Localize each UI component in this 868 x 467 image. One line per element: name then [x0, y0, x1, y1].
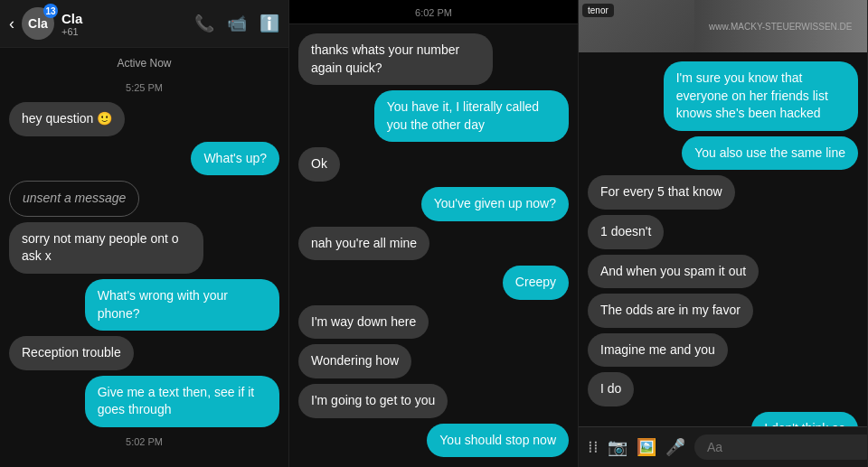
message-m4: sorry not many people ont o ask x [9, 222, 203, 274]
p3-msg-2: You also use the same line [682, 136, 858, 171]
p2-msg-1: thanks whats your number again quick? [298, 33, 493, 85]
info-icon[interactable]: ℹ️ [259, 14, 279, 33]
header-icons: 📞 📹 ℹ️ [194, 14, 279, 33]
panel2-timestamp: 6:02 PM [415, 7, 452, 18]
messages-area-3: I'm sure you know that everyone on her f… [579, 52, 867, 426]
panel2-header: 6:02 PM [289, 0, 578, 24]
contact-sub: +61 [61, 26, 82, 37]
gif-content: www.MACKY-STEUERWISSEN.DE [694, 0, 867, 52]
avatar: Cla 13 [22, 7, 54, 40]
p2-msg-10: You should stop now [427, 424, 569, 458]
message-m6: Reception trouble [9, 336, 134, 370]
p3-msg-3: For every 5 that know [588, 175, 735, 210]
message-m5: What's wrong with your phone? [85, 279, 279, 331]
back-button[interactable]: ‹ [9, 14, 14, 33]
panel1-header: ‹ Cla 13 Cla +61 📞 📹 ℹ️ [0, 0, 288, 48]
timestamp-2: 5:02 PM [9, 436, 279, 447]
p3-msg-7: Imagine me and you [588, 333, 728, 368]
message-input[interactable] [694, 434, 868, 460]
camera-icon[interactable]: 📷 [608, 437, 627, 457]
messages-area-2: thanks whats your number again quick? Yo… [289, 24, 578, 467]
panel-3: tenor www.MACKY-STEUERWISSEN.DE I'm sure… [579, 0, 868, 467]
p2-msg-2: You have it, I literally called you the … [374, 90, 569, 142]
messages-area-1: Active Now 5:25 PM hey question 🙂 What's… [0, 48, 288, 467]
p2-msg-4: You've given up now? [421, 187, 569, 221]
video-icon[interactable]: 📹 [227, 14, 247, 33]
call-icon[interactable]: 📞 [194, 14, 214, 33]
grid-icon[interactable]: ⁞⁞ [588, 437, 599, 457]
tenor-label: tenor [582, 4, 614, 17]
timestamp-1: 5:25 PM [9, 82, 279, 93]
p3-msg-8: I do [588, 372, 634, 406]
p2-msg-9: I'm going to get to you [298, 384, 448, 418]
active-status: Active Now [9, 57, 279, 70]
message-m1: hey question 🙂 [9, 102, 125, 136]
panel-2: 6:02 PM thanks whats your number again q… [289, 0, 579, 467]
p3-msg-9: I don't think so [751, 412, 858, 426]
badge: 13 [43, 4, 58, 18]
p2-msg-6: Creepy [503, 266, 569, 300]
message-m7: Give me a text then, see if it goes thro… [85, 376, 279, 427]
image-icon[interactable]: 🖼️ [637, 437, 656, 457]
p2-msg-5: nah you're all mine [298, 227, 429, 261]
p3-msg-5: And when you spam it out [588, 255, 759, 289]
top-image-area: tenor www.MACKY-STEUERWISSEN.DE [579, 0, 867, 52]
panel3-footer: ⁞⁞ 📷 🖼️ 🎤 😊 👍 [579, 426, 867, 467]
p3-msg-6: The odds are in my favor [588, 294, 753, 328]
p3-msg-1: I'm sure you know that everyone on her f… [664, 61, 858, 131]
p2-msg-3: Ok [298, 147, 340, 182]
panel-1: ‹ Cla 13 Cla +61 📞 📹 ℹ️ Active Now 5:25 … [0, 0, 289, 467]
contact-name: Cla [61, 11, 82, 26]
p2-msg-8: Wondering how [298, 344, 411, 378]
message-m2: What's up? [191, 142, 279, 176]
mic-icon[interactable]: 🎤 [665, 437, 685, 457]
contact-info: Cla +61 [61, 11, 82, 37]
p2-msg-7: I'm way down here [298, 305, 429, 340]
p3-msg-4: 1 doesn't [588, 215, 664, 249]
message-m3: unsent a message [9, 181, 139, 217]
